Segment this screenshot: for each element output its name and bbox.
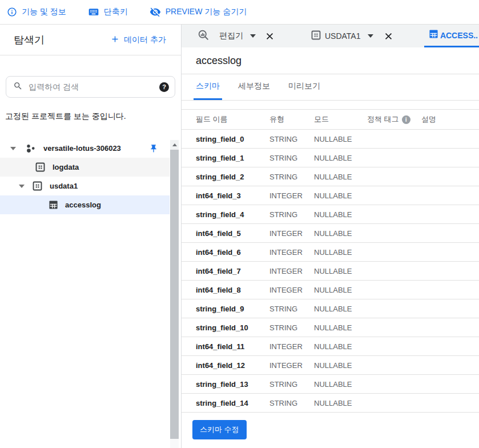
field-mode-cell: NULLABLE	[314, 186, 367, 205]
tree-item-project[interactable]: versatile-lotus-306023	[0, 139, 170, 158]
scrollbar-thumb[interactable]	[170, 150, 179, 439]
field-name-cell: int64_field_12	[182, 356, 269, 375]
field-mode-cell: NULLABLE	[314, 224, 367, 243]
features-info-label: 기능 및 정보	[22, 7, 66, 17]
tree-item-table-accesslog[interactable]: accesslog	[0, 195, 170, 214]
features-info-button[interactable]: 기능 및 정보	[7, 7, 66, 17]
field-type-cell: INTEGER	[269, 186, 314, 205]
close-icon[interactable]	[384, 31, 393, 41]
tree-item-dataset-usdata1[interactable]: usdata1	[0, 177, 170, 195]
field-mode-cell: NULLABLE	[314, 167, 367, 186]
add-data-button[interactable]: 데이터 추가	[110, 34, 166, 46]
tree-item-dataset-logdata[interactable]: logdata	[0, 158, 170, 177]
pin-icon[interactable]	[149, 144, 158, 153]
table-row: int64_field_5INTEGERNULLABLE	[182, 224, 479, 243]
tab-editor[interactable]: 편집기	[198, 25, 275, 47]
dataset-icon	[311, 30, 321, 42]
explorer-tree: versatile-lotus-306023 logdata	[0, 139, 181, 214]
field-name-cell: int64_field_8	[182, 281, 269, 299]
chevron-down-icon[interactable]	[10, 147, 16, 150]
tab-usdata1[interactable]: USDATA1	[311, 25, 393, 47]
field-mode-cell: NULLABLE	[314, 205, 367, 224]
field-description-cell	[421, 186, 479, 205]
field-mode-cell: NULLABLE	[314, 281, 367, 299]
tab-preview[interactable]: 미리보기	[286, 74, 323, 100]
field-policy-cell	[367, 299, 421, 318]
scrollbar-up-button[interactable]	[170, 140, 179, 150]
workspace-tabstrip: 편집기 USDATA1	[182, 25, 479, 47]
table-row: string_field_14STRINGNULLABLE	[182, 394, 479, 413]
field-name-cell: string_field_13	[182, 375, 269, 394]
table-name: accesslog	[65, 201, 101, 209]
field-mode-cell: NULLABLE	[314, 356, 367, 375]
table-row: int64_field_11INTEGERNULLABLE	[182, 337, 479, 356]
table-row: int64_field_8INTEGERNULLABLE	[182, 281, 479, 299]
field-description-cell	[421, 130, 479, 149]
field-type-cell: STRING	[269, 318, 314, 337]
field-description-cell	[421, 356, 479, 375]
hide-preview-features-button[interactable]: PREVIEW 기능 숨기기	[150, 6, 247, 18]
field-mode-cell: NULLABLE	[314, 318, 367, 337]
chevron-down-icon[interactable]	[19, 185, 25, 188]
column-header-type: 유형	[269, 110, 314, 130]
field-name-cell: string_field_4	[182, 205, 269, 224]
field-policy-cell	[367, 281, 421, 299]
field-mode-cell: NULLABLE	[314, 337, 367, 356]
dataset-name: logdata	[53, 163, 79, 171]
field-policy-cell	[367, 394, 421, 413]
field-description-cell	[421, 262, 479, 281]
field-type-cell: INTEGER	[269, 356, 314, 375]
field-type-cell: STRING	[269, 130, 314, 149]
field-mode-cell: NULLABLE	[314, 394, 367, 413]
shortcuts-label: 단축키	[104, 7, 128, 17]
feature-topbar: 기능 및 정보 단축키 PREVIEW 기능 숨기기	[0, 0, 479, 25]
field-type-cell: STRING	[269, 167, 314, 186]
field-mode-cell: NULLABLE	[314, 262, 367, 281]
field-policy-cell	[367, 186, 421, 205]
field-name-cell: int64_field_11	[182, 337, 269, 356]
info-icon	[7, 7, 17, 17]
close-icon[interactable]	[265, 31, 275, 41]
field-policy-cell	[367, 375, 421, 394]
field-policy-cell	[367, 318, 421, 337]
field-policy-cell	[367, 149, 421, 167]
field-type-cell: STRING	[269, 394, 314, 413]
table-row: string_field_13STRINGNULLABLE	[182, 375, 479, 394]
field-description-cell	[421, 375, 479, 394]
field-policy-cell	[367, 224, 421, 243]
search-help-icon[interactable]: ?	[159, 82, 169, 92]
field-mode-cell: NULLABLE	[314, 149, 367, 167]
hide-preview-label: PREVIEW 기능 숨기기	[166, 7, 247, 17]
field-type-cell: INTEGER	[269, 224, 314, 243]
tab-accesslog-active[interactable]: ACCESS..	[424, 25, 479, 47]
field-description-cell	[421, 149, 479, 167]
dataset-name: usdata1	[50, 182, 78, 190]
explorer-scrollbar[interactable]	[170, 140, 179, 448]
schema-section: 필드 이름 유형 모드 정책 태그 i 설명	[182, 109, 479, 439]
field-name-cell: string_field_2	[182, 167, 269, 186]
field-policy-cell	[367, 243, 421, 262]
field-policy-cell	[367, 167, 421, 186]
table-row: string_field_1STRINGNULLABLE	[182, 149, 479, 167]
search-input[interactable]	[29, 82, 159, 91]
field-name-cell: string_field_0	[182, 130, 269, 149]
field-name-cell: int64_field_7	[182, 262, 269, 281]
schema-table: 필드 이름 유형 모드 정책 태그 i 설명	[182, 109, 479, 413]
policy-tag-info-icon[interactable]: i	[402, 115, 410, 124]
tab-details[interactable]: 세부정보	[236, 74, 272, 100]
field-name-cell: string_field_10	[182, 318, 269, 337]
chevron-down-icon[interactable]	[368, 34, 373, 38]
chevron-down-icon[interactable]	[250, 34, 256, 38]
column-header-description: 설명	[421, 110, 479, 130]
field-description-cell	[421, 243, 479, 262]
bigquery-app: 기능 및 정보 단축키 PREVIEW 기능 숨기기 탐색기	[0, 0, 479, 448]
field-type-cell: INTEGER	[269, 262, 314, 281]
field-type-cell: STRING	[269, 375, 314, 394]
table-row: string_field_0STRINGNULLABLE	[182, 130, 479, 149]
tab-preview-label: 미리보기	[288, 81, 320, 91]
shortcuts-button[interactable]: 단축키	[88, 6, 128, 18]
field-description-cell	[421, 394, 479, 413]
edit-schema-button[interactable]: 스키마 수정	[192, 420, 247, 439]
table-detail-pane: accesslog 스키마 세부정보 미리보기	[182, 47, 479, 448]
tab-schema[interactable]: 스키마	[194, 74, 222, 100]
